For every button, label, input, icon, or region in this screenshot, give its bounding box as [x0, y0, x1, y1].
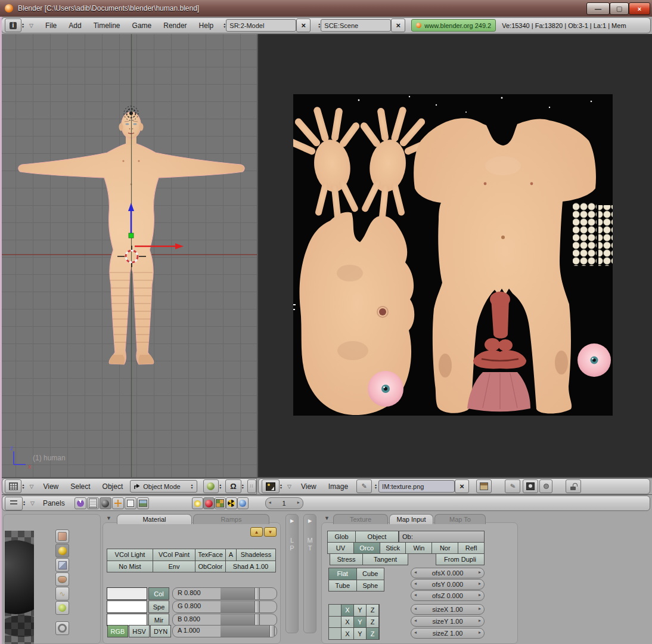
tab-map-to[interactable]: Map To — [434, 514, 486, 524]
radiosity-subcontext-button[interactable] — [226, 497, 237, 509]
menu-render[interactable]: Render — [162, 21, 188, 30]
window-type-button[interactable]: i — [5, 18, 21, 32]
tab-ramps[interactable]: Ramps — [193, 514, 269, 524]
ofsx-field[interactable]: ◂ofsX 0.000▸ — [411, 568, 485, 578]
editing-context-button[interactable] — [125, 497, 136, 509]
shading-stepper[interactable]: ▴▾ — [219, 484, 222, 490]
toggle-stick[interactable]: Stick — [380, 543, 406, 553]
toggle-obcolor[interactable]: ObColor — [195, 561, 225, 572]
preview-sky-button[interactable] — [55, 601, 69, 615]
record-button[interactable] — [539, 479, 552, 493]
manipulator-toggle-button[interactable]: ∷ — [247, 479, 256, 493]
axis-z-row1[interactable]: Z — [367, 605, 378, 616]
image-name-field[interactable]: IM:texture.png — [378, 480, 455, 493]
pivot-dropdown[interactable]: Ω — [225, 479, 241, 493]
preview-osa-button[interactable] — [55, 621, 69, 635]
axis-y-row2[interactable]: Y — [354, 617, 366, 628]
menu-game[interactable]: Game — [131, 21, 153, 30]
image-selector-stepper[interactable]: ▴▾ — [374, 484, 377, 490]
uv-window-type-stepper[interactable]: ▴▾ — [280, 484, 282, 490]
sizez-field[interactable]: ◂sizeZ 1.00▸ — [411, 628, 485, 639]
axis-blank-1[interactable] — [329, 605, 341, 616]
toggle-glob[interactable]: Glob — [328, 531, 355, 542]
view3d-window-type-button[interactable] — [5, 479, 21, 493]
slider-b[interactable]: B 0.800 — [172, 614, 277, 626]
minimize-button[interactable]: — — [586, 2, 610, 15]
slider-shad-a[interactable]: Shad A 1.00 — [226, 561, 275, 572]
sizex-field[interactable]: ◂sizeX 1.00▸ — [411, 604, 485, 615]
toggle-refl[interactable]: Refl — [458, 543, 484, 553]
button-col[interactable]: Col — [148, 587, 169, 600]
mode-dropdown[interactable]: Object Mode ▴▾ — [130, 480, 197, 493]
buttons-window-type-stepper[interactable]: ▴▾ — [23, 500, 26, 506]
version-badge[interactable]: www.blender.org 249.2 — [411, 19, 496, 32]
toggle-orco[interactable]: Orco — [354, 543, 380, 553]
toggle-vcol-light[interactable]: VCol Light — [107, 549, 153, 561]
toggle-no-mist[interactable]: No Mist — [107, 561, 153, 572]
toggle-env[interactable]: Env — [153, 561, 195, 572]
scene-close-icon[interactable]: × — [391, 18, 405, 32]
preview-hair-button[interactable]: ∿ — [55, 587, 69, 600]
color-swatch-mir[interactable] — [107, 614, 147, 626]
window-type-stepper[interactable]: ▴▾ — [21, 23, 24, 29]
toggle-vcol-paint[interactable]: VCol Paint — [153, 549, 195, 561]
axis-y-row1[interactable]: Y — [354, 605, 366, 616]
toggle-from-dupli[interactable]: From Dupli — [436, 553, 485, 565]
toggle-sphe[interactable]: Sphe — [357, 580, 384, 592]
header-collapse-icon[interactable]: ▽ — [29, 23, 33, 29]
uv-collapse-icon[interactable]: ▽ — [287, 484, 291, 490]
button-rgb[interactable]: RGB — [107, 625, 128, 637]
panels-menu[interactable]: Panels — [42, 499, 66, 507]
uv-window-type-button[interactable] — [262, 479, 280, 493]
axis-z-row2[interactable]: Z — [367, 617, 378, 628]
menu-file[interactable]: File — [44, 21, 58, 30]
axis-blank-2[interactable] — [329, 617, 341, 628]
sizey-field[interactable]: ◂sizeY 1.00▸ — [411, 616, 485, 627]
buttons-collapse-icon[interactable]: ▽ — [30, 500, 35, 506]
material-move-up-button[interactable]: ▲ — [250, 527, 263, 537]
axis-x-row1[interactable]: X — [341, 605, 353, 616]
uv-menu-image[interactable]: Image — [327, 482, 349, 491]
texture-paint-button[interactable]: ✎ — [505, 479, 520, 493]
scene-context-button[interactable] — [137, 497, 149, 509]
preview-cube-button[interactable] — [55, 558, 69, 572]
slider-alpha[interactable]: A 1.000 — [172, 625, 277, 637]
axis-x-row2[interactable]: X — [341, 617, 353, 628]
menu-timeline[interactable]: Timeline — [92, 21, 122, 30]
view3d-menu-view[interactable]: View — [42, 482, 60, 491]
material-panel-collapse-icon[interactable]: ▼ — [106, 515, 111, 521]
button-spe[interactable]: Spe — [148, 600, 169, 613]
toggle-uv[interactable]: UV — [328, 543, 353, 553]
toggle-shadeless[interactable]: Shadeless — [237, 549, 275, 561]
menu-help[interactable]: Help — [198, 21, 215, 30]
axis-x-row3[interactable]: X — [341, 628, 353, 639]
toggle-tangent[interactable]: Tangent — [363, 554, 408, 565]
world-subcontext-button[interactable] — [237, 497, 249, 509]
toggle-tube[interactable]: Tube — [329, 580, 356, 592]
menu-add[interactable]: Add — [67, 21, 82, 30]
viewport-shading-dropdown[interactable] — [203, 479, 219, 493]
viewport-3d[interactable]: z x (1) human — [2, 34, 257, 478]
view3d-menu-object[interactable]: Object — [101, 482, 125, 491]
tab-material[interactable]: Material — [117, 514, 192, 524]
toggle-flat[interactable]: Flat — [329, 568, 356, 580]
ob-name-field[interactable]: Ob: — [399, 531, 485, 543]
button-mir[interactable]: Mir — [148, 614, 169, 626]
toggle-cube[interactable]: Cube — [357, 568, 384, 580]
axis-blank-3[interactable] — [329, 628, 341, 639]
color-swatch-col[interactable] — [107, 587, 147, 600]
toggle-object[interactable]: Object — [356, 531, 398, 542]
logic-context-button[interactable] — [74, 497, 86, 509]
button-dyn[interactable]: DYN — [150, 625, 171, 637]
pack-image-button[interactable] — [476, 479, 492, 493]
material-move-down-button[interactable]: ▼ — [264, 527, 277, 537]
image-unlink-icon[interactable]: × — [455, 479, 469, 493]
screen-selector[interactable]: SR:2-Model — [226, 19, 296, 32]
frame-number-field[interactable]: ◂ 1 ▸ — [265, 497, 303, 509]
pivot-stepper[interactable]: ▴▾ — [241, 484, 244, 490]
toggle-texface[interactable]: TexFace — [195, 549, 225, 561]
texture-subcontext-button[interactable] — [215, 497, 226, 509]
toggle-win[interactable]: Win — [406, 543, 431, 553]
image-browse-button[interactable]: ✎ — [356, 479, 372, 493]
draw-channel-button[interactable] — [523, 479, 538, 493]
